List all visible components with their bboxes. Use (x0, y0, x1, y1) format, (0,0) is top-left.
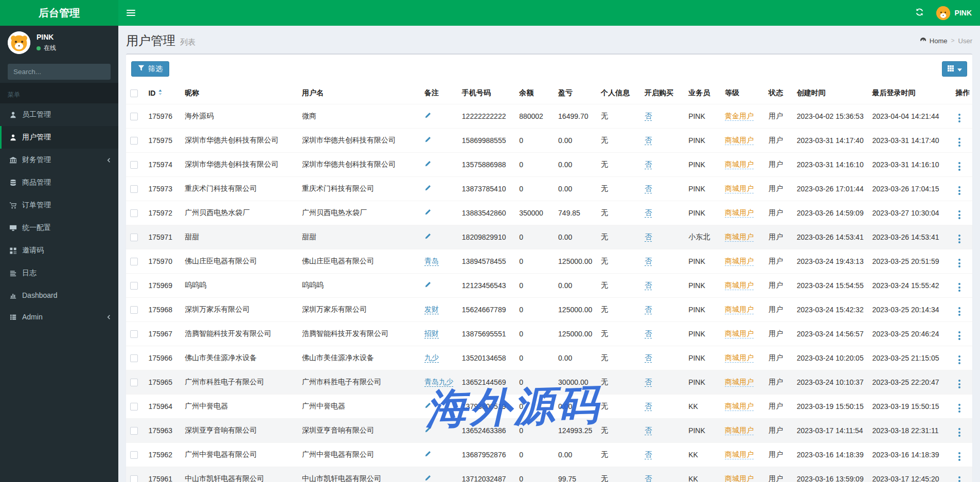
row-actions-menu-icon[interactable] (955, 306, 964, 317)
edit-remark-pencil-icon[interactable] (424, 233, 431, 241)
level-link[interactable]: 商城用户 (725, 329, 754, 338)
refresh-button[interactable] (908, 0, 931, 26)
purchase-toggle-link[interactable]: 否 (645, 257, 652, 266)
purchase-toggle-link[interactable]: 否 (645, 160, 652, 169)
row-actions-menu-icon[interactable] (955, 379, 964, 389)
sidebar-item-invite-code[interactable]: 邀请码 (0, 239, 118, 262)
user-menu[interactable]: PINK (931, 0, 980, 26)
level-link[interactable]: 商城用户 (725, 402, 754, 411)
row-actions-menu-icon[interactable] (955, 185, 964, 196)
row-actions-menu-icon[interactable] (955, 161, 964, 172)
row-checkbox[interactable] (130, 113, 138, 120)
edit-remark-pencil-icon[interactable] (424, 209, 431, 217)
row-checkbox[interactable] (130, 379, 138, 386)
purchase-toggle-link[interactable]: 否 (645, 426, 652, 435)
level-link[interactable]: 商城用户 (725, 160, 754, 169)
remark-link[interactable]: 发财 (424, 305, 439, 314)
row-checkbox[interactable] (130, 282, 138, 290)
purchase-toggle-link[interactable]: 否 (645, 184, 652, 193)
select-all-checkbox[interactable] (130, 90, 138, 97)
remark-link[interactable]: 九少 (424, 353, 439, 363)
row-checkbox[interactable] (130, 185, 138, 193)
row-checkbox[interactable] (130, 161, 138, 169)
row-checkbox[interactable] (130, 354, 138, 362)
purchase-toggle-link[interactable]: 否 (645, 305, 652, 314)
edit-remark-pencil-icon[interactable] (424, 451, 431, 459)
row-actions-menu-icon[interactable] (955, 137, 964, 148)
row-checkbox[interactable] (130, 306, 138, 314)
level-link[interactable]: 商城用户 (725, 208, 754, 218)
row-actions-menu-icon[interactable] (955, 403, 964, 414)
row-actions-menu-icon[interactable] (955, 427, 964, 438)
edit-remark-pencil-icon[interactable] (424, 281, 431, 290)
purchase-toggle-link[interactable]: 否 (645, 233, 652, 242)
breadcrumb-home-link[interactable]: Home (919, 36, 948, 45)
purchase-toggle-link[interactable]: 否 (645, 402, 652, 411)
level-link[interactable]: 商城用户 (725, 233, 754, 242)
row-checkbox[interactable] (130, 258, 138, 265)
app-logo[interactable]: 后台管理 (0, 0, 118, 26)
filter-button[interactable]: 筛选 (131, 61, 169, 77)
sidebar-item-finance-mgmt[interactable]: 财务管理 (0, 149, 118, 171)
sidebar-item-product-mgmt[interactable]: 商品管理 (0, 171, 118, 194)
search-submit-button[interactable] (110, 64, 111, 80)
row-checkbox[interactable] (130, 475, 138, 482)
edit-remark-pencil-icon[interactable] (424, 402, 431, 410)
purchase-toggle-link[interactable]: 否 (645, 112, 652, 121)
edit-remark-pencil-icon[interactable] (424, 426, 431, 435)
edit-remark-pencil-icon[interactable] (424, 112, 431, 120)
level-link[interactable]: 商城用户 (725, 450, 754, 459)
row-checkbox[interactable] (130, 403, 138, 410)
level-link[interactable]: 商城用户 (725, 474, 754, 482)
purchase-toggle-link[interactable]: 否 (645, 353, 652, 363)
row-actions-menu-icon[interactable] (955, 354, 964, 365)
sidebar-item-employee-mgmt[interactable]: 员工管理 (0, 103, 118, 126)
purchase-toggle-link[interactable]: 否 (645, 450, 652, 459)
sidebar-item-admin[interactable]: Admin (0, 306, 118, 328)
purchase-toggle-link[interactable]: 否 (645, 281, 652, 290)
row-checkbox[interactable] (130, 137, 138, 145)
row-actions-menu-icon[interactable] (955, 209, 964, 220)
remark-link[interactable]: 青岛九少 (424, 378, 453, 387)
level-link[interactable]: 商城用户 (725, 353, 754, 363)
edit-remark-pencil-icon[interactable] (424, 160, 431, 169)
edit-remark-pencil-icon[interactable] (424, 475, 431, 482)
level-link[interactable]: 商城用户 (725, 184, 754, 193)
col-header-id[interactable]: ID (144, 82, 181, 104)
sidebar-toggle-icon[interactable] (118, 0, 143, 26)
sidebar-item-unified-config[interactable]: 统一配置 (0, 217, 118, 239)
purchase-toggle-link[interactable]: 否 (645, 474, 652, 482)
edit-remark-pencil-icon[interactable] (424, 136, 431, 145)
row-actions-menu-icon[interactable] (955, 330, 964, 341)
row-actions-menu-icon[interactable] (955, 475, 964, 482)
sidebar-item-dashboard[interactable]: Dashboard (0, 284, 118, 306)
level-link[interactable]: 商城用户 (725, 426, 754, 435)
search-input[interactable] (8, 64, 110, 80)
level-link[interactable]: 商城用户 (725, 305, 754, 314)
purchase-toggle-link[interactable]: 否 (645, 208, 652, 218)
edit-remark-pencil-icon[interactable] (424, 185, 431, 193)
level-link[interactable]: 商城用户 (725, 136, 754, 145)
sidebar-item-logs[interactable]: 日志 (0, 262, 118, 284)
level-link[interactable]: 商城用户 (725, 378, 754, 387)
level-link[interactable]: 黄金用户 (725, 112, 754, 121)
sidebar-item-user-mgmt[interactable]: 用户管理 (0, 126, 118, 149)
purchase-toggle-link[interactable]: 否 (645, 136, 652, 145)
row-checkbox[interactable] (130, 234, 138, 241)
row-actions-menu-icon[interactable] (955, 234, 964, 244)
purchase-toggle-link[interactable]: 否 (645, 329, 652, 338)
remark-link[interactable]: 招财 (424, 329, 439, 338)
row-checkbox[interactable] (130, 330, 138, 338)
level-link[interactable]: 商城用户 (725, 281, 754, 290)
row-actions-menu-icon[interactable] (955, 258, 964, 269)
row-actions-menu-icon[interactable] (955, 113, 964, 123)
level-link[interactable]: 商城用户 (725, 257, 754, 266)
purchase-toggle-link[interactable]: 否 (645, 378, 652, 387)
columns-dropdown-button[interactable] (942, 61, 967, 77)
row-checkbox[interactable] (130, 427, 138, 435)
remark-link[interactable]: 青岛 (424, 257, 439, 266)
row-actions-menu-icon[interactable] (955, 282, 964, 293)
row-actions-menu-icon[interactable] (955, 451, 964, 462)
row-checkbox[interactable] (130, 209, 138, 217)
sidebar-item-order-mgmt[interactable]: 订单管理 (0, 194, 118, 217)
